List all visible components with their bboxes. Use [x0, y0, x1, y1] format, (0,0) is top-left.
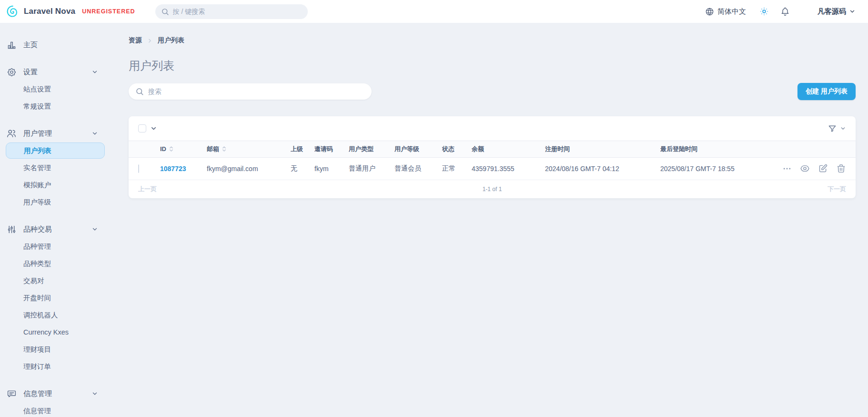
language-switcher[interactable]: 简体中文	[705, 7, 746, 16]
sidebar-group-label: 信息管理	[23, 389, 52, 398]
cell-status: 正常	[442, 157, 472, 180]
select-all-dropdown[interactable]	[150, 125, 157, 132]
sidebar-item-info-management[interactable]: 信息管理	[5, 402, 120, 417]
language-label: 简体中文	[717, 7, 746, 16]
search-icon	[161, 8, 169, 16]
sidebar-item-currency-kxes[interactable]: Currency Kxes	[5, 324, 120, 341]
sidebar-group-settings[interactable]: 设置	[5, 63, 120, 81]
sort-icon[interactable]	[169, 145, 173, 153]
top-bar: Laravel Nova UNREGISTERED 简体中文	[0, 0, 868, 23]
unregistered-badge: UNREGISTERED	[82, 8, 135, 15]
main-content: 资源 用户列表 用户列表 创建 用户列表	[120, 23, 868, 417]
column-header-user-type: 用户类型	[349, 141, 394, 157]
users-icon	[6, 128, 17, 139]
chevron-down-icon	[840, 125, 846, 132]
globe-icon	[705, 7, 714, 16]
sidebar-group-info-management[interactable]: 信息管理	[5, 385, 120, 402]
resource-table: ID 邮箱	[129, 141, 856, 180]
sidebar-item-symbol-types[interactable]: 品种类型	[5, 255, 120, 272]
row-checkbox[interactable]	[138, 164, 139, 173]
chart-bar-icon	[6, 40, 17, 50]
sidebar-item-general-settings[interactable]: 常规设置	[5, 98, 120, 115]
sidebar-group-label: 品种交易	[23, 225, 52, 234]
previous-page-button[interactable]: 上一页	[138, 185, 157, 193]
cell-user-level: 普通会员	[394, 157, 442, 180]
resource-search[interactable]	[129, 83, 372, 100]
cell-parent: 无	[291, 157, 314, 180]
cell-registered-at: 2024/08/16 GMT-7 04:12	[545, 157, 660, 180]
sidebar-item-symbol-management[interactable]: 品种管理	[5, 238, 120, 255]
chevron-down-icon	[849, 8, 856, 15]
active-item-pill: 用户列表	[6, 142, 105, 159]
bell-icon	[780, 7, 790, 16]
search-icon	[135, 87, 144, 96]
sliders-icon	[6, 224, 17, 234]
theme-toggle-button[interactable]	[759, 7, 769, 16]
row-actions	[775, 163, 856, 173]
cell-id: 1087723	[160, 157, 207, 180]
column-header-actions	[775, 141, 856, 157]
sort-icon[interactable]	[222, 145, 226, 153]
cell-last-login: 2025/08/17 GMT-7 18:55	[660, 157, 775, 180]
breadcrumb-current: 用户列表	[158, 36, 184, 45]
pagination-bar: 上一页 1-1 of 1 下一页	[129, 180, 856, 198]
edit-pencil-icon[interactable]	[818, 163, 828, 173]
sidebar-item-realname-management[interactable]: 实名管理	[5, 159, 120, 176]
sidebar-group-user-management[interactable]: 用户管理	[5, 125, 120, 142]
sidebar-item-user-list[interactable]: 用户列表	[5, 142, 120, 159]
column-header-last-login: 最后登陆时间	[660, 141, 775, 157]
chat-icon	[6, 389, 17, 399]
sidebar-item-wealth-projects[interactable]: 理财项目	[5, 341, 120, 358]
sidebar-item-wealth-orders[interactable]: 理财订单	[5, 358, 120, 375]
notifications-button[interactable]	[780, 7, 790, 16]
sidebar-group-symbol-trading[interactable]: 品种交易	[5, 221, 120, 238]
sidebar-item-demo-accounts[interactable]: 模拟账户	[5, 176, 120, 193]
table-toolbar	[129, 116, 856, 141]
select-all-checkbox[interactable]	[138, 124, 146, 132]
table-header-row: ID 邮箱	[129, 141, 856, 157]
brand-link[interactable]: Laravel Nova	[7, 5, 75, 18]
sidebar-item-user-levels[interactable]: 用户等级	[5, 193, 120, 211]
breadcrumb-resources[interactable]: 资源	[129, 36, 142, 45]
sidebar: 主页 设置 站点设置 常规设置	[0, 23, 120, 417]
column-header-id[interactable]: ID	[160, 141, 207, 157]
more-actions-icon[interactable]	[782, 164, 792, 173]
brand-name: Laravel Nova	[24, 7, 75, 16]
chevron-down-icon	[91, 390, 98, 397]
breadcrumb: 资源 用户列表	[129, 36, 856, 45]
column-header-invite-code: 邀请码	[314, 141, 349, 157]
column-header-email[interactable]: 邮箱	[207, 141, 291, 157]
user-menu[interactable]: 凡客源码	[818, 7, 856, 16]
create-resource-button[interactable]: 创建 用户列表	[797, 83, 856, 100]
cell-balance: 4359791.3555	[472, 157, 545, 180]
sidebar-item-site-settings[interactable]: 站点设置	[5, 81, 120, 98]
global-search-input[interactable]	[173, 8, 302, 15]
funnel-icon	[828, 124, 837, 133]
cell-user-type: 普通用户	[349, 157, 394, 180]
sidebar-item-home[interactable]: 主页	[5, 36, 120, 53]
column-header-registered-at: 注册时间	[545, 141, 660, 157]
delete-trash-icon[interactable]	[836, 163, 846, 173]
topbar-controls: 简体中文 凡客源码	[705, 7, 856, 16]
pagination-info: 1-1 of 1	[483, 186, 502, 193]
resource-actions-row: 创建 用户列表	[129, 83, 856, 100]
global-search[interactable]	[155, 4, 308, 19]
filter-button[interactable]	[828, 124, 846, 133]
view-eye-icon[interactable]	[800, 163, 810, 173]
header-checkbox-spacer	[129, 141, 160, 157]
page-title: 用户列表	[129, 58, 856, 73]
column-header-user-level: 用户等级	[394, 141, 442, 157]
nova-logo-icon	[7, 5, 19, 18]
next-page-button[interactable]: 下一页	[828, 185, 846, 193]
resource-search-input[interactable]	[148, 88, 365, 95]
cell-email: fkym@gmail.com	[207, 157, 291, 180]
table-row[interactable]: 1087723 fkym@gmail.com 无 fkym 普通用户 普通会员 …	[129, 157, 856, 180]
resource-table-card: ID 邮箱	[129, 116, 856, 198]
sidebar-item-trading-pairs[interactable]: 交易对	[5, 272, 120, 289]
sidebar-group-label: 设置	[23, 68, 38, 77]
sidebar-item-control-robot[interactable]: 调控机器人	[5, 306, 120, 324]
row-id-link[interactable]: 1087723	[160, 165, 186, 173]
sidebar-item-opening-hours[interactable]: 开盘时间	[5, 289, 120, 306]
column-header-status: 状态	[442, 141, 472, 157]
chevron-right-icon	[147, 38, 153, 44]
